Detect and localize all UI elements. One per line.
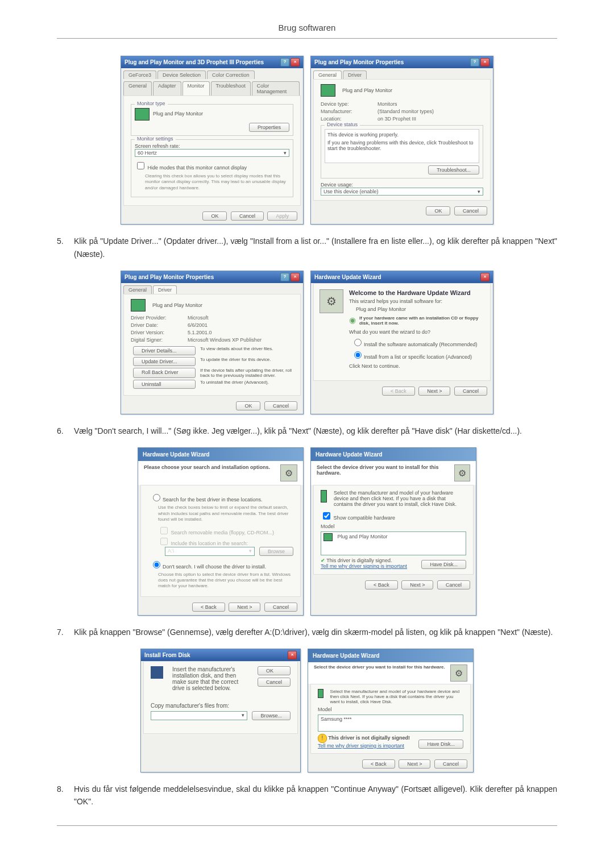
path-dropdown[interactable]: ▾ (151, 711, 247, 720)
radio-label: Search for the best driver in these loca… (163, 497, 263, 502)
monitor-icon (131, 299, 146, 312)
dropdown-value: Use this device (enable) (323, 189, 379, 194)
dialog-title: Hardware Update Wizard (313, 653, 380, 659)
copy-from-label: Copy manufacturer's files from: (151, 703, 291, 709)
tab-general[interactable]: General (123, 285, 152, 294)
button-desc: If the device fails after updating the d… (200, 368, 293, 378)
troubleshoot-button[interactable]: Troubleshoot... (428, 165, 479, 175)
signing-info-link[interactable]: Tell me why driver signing is important (321, 563, 407, 569)
apply-button[interactable]: Apply (267, 211, 297, 221)
compatible-hardware-checkbox[interactable] (323, 512, 330, 520)
checkbox-label: Search removable media (floppy, CD-ROM..… (171, 530, 274, 535)
cancel-button[interactable]: Cancel (258, 678, 291, 687)
model-listbox[interactable]: Plug and Play Monitor (321, 531, 466, 555)
screenshot-row-1: Plug and Play Monitor and 3D Prophet III… (57, 56, 557, 225)
tab-driver[interactable]: Driver (343, 70, 367, 79)
dialog-title: Plug and Play Monitor and 3D Prophet III… (125, 59, 264, 65)
tab-color-correction[interactable]: Color Correction (207, 70, 255, 79)
checkbox-label: Hide modes that this monitor cannot disp… (148, 165, 247, 171)
list-item[interactable]: Plug and Play Monitor (338, 534, 388, 540)
cancel-button[interactable]: Cancel (264, 401, 297, 410)
cancel-button[interactable]: Cancel (454, 206, 487, 215)
tab-troubleshoot[interactable]: Troubleshoot (211, 81, 251, 95)
back-button[interactable]: < Back (365, 580, 398, 589)
cancel-button[interactable]: Cancel (231, 211, 264, 221)
back-button[interactable]: < Back (362, 759, 395, 769)
device-name: Plug and Play Monitor (342, 88, 392, 93)
tab-device-selection[interactable]: Device Selection (157, 70, 206, 79)
have-disk-button[interactable]: Have Disk... (418, 740, 463, 749)
driver-details-button[interactable]: Driver Details... (133, 346, 196, 355)
model-label: Model (321, 524, 466, 529)
next-button[interactable]: Next > (401, 580, 433, 589)
dropdown-value: 60 Hertz (138, 150, 157, 156)
next-button[interactable]: Next > (229, 603, 260, 612)
tab-general[interactable]: General (313, 70, 342, 79)
help-icon[interactable]: ? (470, 58, 479, 67)
option-description: Choose this option to select the device … (158, 572, 293, 589)
close-icon[interactable]: × (288, 651, 297, 659)
instruction-text: Insert the manufacturer's installation d… (172, 666, 251, 691)
ok-button[interactable]: OK (202, 211, 227, 221)
instruction-text: Select the manufacturer and model of you… (330, 689, 463, 704)
dialog-title: Hardware Update Wizard (316, 451, 383, 458)
search-locations-radio[interactable] (153, 494, 160, 501)
screenshot-row-4: Install From Disk × Insert the manufactu… (57, 649, 557, 773)
close-icon[interactable]: × (291, 58, 300, 67)
monitor-icon (323, 533, 333, 541)
signing-info-link[interactable]: Tell me why driver signing is important (318, 743, 410, 749)
button-desc: To view details about the driver files. (200, 346, 293, 355)
close-icon[interactable]: × (480, 58, 489, 67)
tab-driver[interactable]: Driver (153, 285, 177, 294)
divider (57, 38, 557, 39)
next-button[interactable]: Next > (399, 759, 430, 769)
tab-geforce3[interactable]: GeForce3 (123, 70, 156, 79)
tab-general[interactable]: General (123, 81, 152, 95)
install-from-disk-dialog: Install From Disk × Insert the manufactu… (140, 649, 301, 773)
dont-search-radio[interactable] (153, 561, 160, 568)
install-auto-radio[interactable] (354, 339, 362, 346)
cancel-button[interactable]: Cancel (437, 580, 470, 589)
status-text: If you are having problems with this dev… (327, 140, 476, 151)
properties-button[interactable]: Properties (249, 123, 289, 132)
have-disk-button[interactable]: Have Disk... (421, 560, 466, 569)
dialog-title: Plug and Play Monitor Properties (314, 59, 404, 65)
location-dropdown: A:\ ▾ (165, 547, 255, 556)
help-icon[interactable]: ? (280, 273, 289, 281)
wizard-header-text: Select the device driver you want to ins… (317, 464, 454, 481)
field-value: (Standard monitor types) (377, 109, 483, 114)
monitor-icon (318, 689, 323, 698)
browse-button[interactable]: Browse... (252, 711, 291, 720)
field-value: on 3D Prophet III (377, 116, 483, 122)
step-number: 6. (57, 425, 74, 437)
list-item[interactable]: Samsung **** (321, 716, 352, 722)
next-button[interactable]: Next > (418, 387, 450, 396)
model-listbox[interactable]: Samsung **** (318, 715, 463, 732)
back-button[interactable]: < Back (382, 387, 415, 396)
roll-back-driver-button[interactable]: Roll Back Driver (133, 368, 196, 378)
close-icon[interactable]: × (291, 273, 300, 281)
close-icon[interactable]: × (480, 273, 489, 281)
tab-color-management[interactable]: Color Management (252, 81, 300, 95)
help-icon[interactable]: ? (280, 58, 289, 67)
hide-modes-checkbox[interactable] (137, 162, 144, 169)
tab-adapter[interactable]: Adapter (153, 81, 181, 95)
cancel-button[interactable]: Cancel (264, 603, 297, 612)
update-driver-button[interactable]: Update Driver... (133, 357, 196, 366)
tab-monitor[interactable]: Monitor (182, 81, 210, 95)
cancel-button[interactable]: Cancel (454, 387, 487, 396)
wizard-icon: ⚙ (454, 464, 470, 481)
warning-icon: ! (318, 734, 327, 743)
device-usage-dropdown[interactable]: Use this device (enable)▾ (321, 188, 483, 196)
back-button[interactable]: < Back (192, 603, 225, 612)
step-text: Klik på "Update Driver..." (Opdater driv… (74, 235, 557, 260)
refresh-rate-dropdown[interactable]: 60 Hertz▾ (135, 149, 289, 157)
uninstall-button[interactable]: Uninstall (133, 380, 196, 389)
ok-button[interactable]: OK (236, 401, 260, 410)
wizard-search-options-dialog: Hardware Update Wizard Please choose you… (138, 447, 304, 615)
cancel-button[interactable]: Cancel (434, 759, 467, 769)
divider (57, 825, 557, 826)
ok-button[interactable]: OK (258, 666, 291, 675)
ok-button[interactable]: OK (426, 206, 450, 215)
install-from-list-radio[interactable] (354, 351, 362, 359)
